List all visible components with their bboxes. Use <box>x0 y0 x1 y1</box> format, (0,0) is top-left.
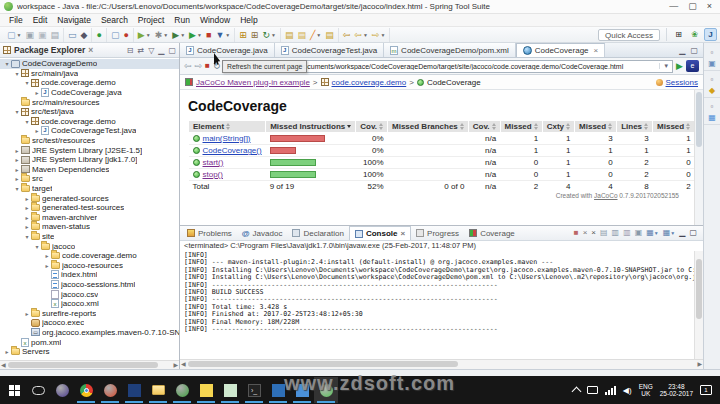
browser-back-icon[interactable]: ⇦ <box>184 61 192 71</box>
expanded-chevron-icon[interactable]: ▾ <box>23 118 31 125</box>
chrome[interactable] <box>74 377 98 403</box>
tray-monitor-icon[interactable] <box>587 386 598 394</box>
tree-item-code-coverage-demo[interactable]: ▾code.coverage.demo <box>0 117 179 127</box>
menu-file[interactable]: File <box>4 15 28 25</box>
view-menu-icon[interactable]: ▽ <box>148 46 154 55</box>
file-explorer[interactable] <box>146 377 170 403</box>
dropdown-arrow-icon[interactable]: ▼ <box>225 29 230 41</box>
new-wizard-icon[interactable]: ▢▼ <box>5 29 23 41</box>
dropdown-arrow-icon[interactable]: ▼ <box>17 29 22 41</box>
collapsed-chevron-icon[interactable]: ▸ <box>23 204 31 211</box>
menu-edit[interactable]: Edit <box>28 15 53 25</box>
dropdown-arrow-icon[interactable]: ▼ <box>380 29 385 41</box>
console-tab-console[interactable]: Console× <box>349 226 411 240</box>
close-tab-icon[interactable]: × <box>400 229 405 238</box>
stop-launch-icon[interactable]: ■ <box>204 29 213 41</box>
start-button[interactable] <box>2 377 26 403</box>
menu-window[interactable]: Window <box>195 15 235 25</box>
save-all-icon[interactable]: ▣ <box>36 29 49 41</box>
dropdown-arrow-icon[interactable]: ▼ <box>163 29 168 41</box>
minimize-window-button[interactable]: — <box>669 2 678 11</box>
maximize-editor-icon[interactable]: ▢ <box>690 46 698 55</box>
tree-item-jacoco-resources[interactable]: ▸jacoco-resources <box>0 260 179 270</box>
open-external-browser-icon[interactable]: e <box>686 60 699 72</box>
maximize-view-icon[interactable]: ▢ <box>168 46 176 55</box>
go-button[interactable]: ▶ <box>676 61 683 71</box>
dropdown-arrow-icon[interactable]: ▼ <box>654 230 659 236</box>
minimized-view-grid-icon[interactable]: ▦ <box>708 113 716 122</box>
collapsed-chevron-icon[interactable]: ▸ <box>13 166 21 173</box>
task-view[interactable] <box>26 377 50 403</box>
editor-tab-codecoverage-java[interactable]: JCodeCoverage.java <box>180 43 275 57</box>
tree-item-jacoco[interactable]: ▾jacoco <box>0 241 179 251</box>
browser-forward-icon[interactable]: ⇨ <box>195 61 203 71</box>
photos-app[interactable] <box>218 377 242 403</box>
print-icon[interactable]: ▤ <box>49 29 62 41</box>
console-vertical-scrollbar[interactable] <box>694 251 703 359</box>
collapsed-chevron-icon[interactable]: ▸ <box>33 89 41 96</box>
record-icon[interactable]: ● <box>121 29 130 41</box>
external-tools-icon[interactable]: ✱▼ <box>153 29 171 41</box>
menu-run[interactable]: Run <box>169 15 195 25</box>
open-resource-icon[interactable]: ▤ <box>295 29 308 41</box>
tree-item-org-jacoco-examples-maven-0-7-10-snapshot[interactable]: ▭org.jacoco.examples.maven-0.7.10-SNAPSH… <box>0 328 179 338</box>
minimize-editor-icon[interactable]: ▁ <box>679 46 685 55</box>
collapsed-chevron-icon[interactable]: ▸ <box>23 310 31 317</box>
menu-project[interactable]: Project <box>133 15 169 25</box>
remove-launch-icon[interactable]: × <box>583 228 588 238</box>
scroll-lock-icon[interactable]: ▥ <box>612 228 620 238</box>
expanded-chevron-icon[interactable]: ▾ <box>13 185 21 192</box>
console-tab-coverage[interactable]: Coverage <box>464 226 520 240</box>
pin-console-icon[interactable]: ▣ <box>635 228 643 238</box>
coverage-launch-icon[interactable]: ▶▼ <box>136 29 153 41</box>
dropdown-arrow-icon[interactable]: ▼ <box>316 29 321 41</box>
breadcrumb-link-root[interactable]: JaCoCo Maven plug-in example <box>196 78 310 87</box>
url-dropdown-icon[interactable]: ▼ <box>659 63 672 69</box>
maximize-view-icon[interactable]: ▢ <box>689 228 697 238</box>
tree-item-target[interactable]: ▾target <box>0 184 179 194</box>
collapsed-chevron-icon[interactable]: ▸ <box>23 223 31 230</box>
sessions-link[interactable]: Sessions <box>666 78 698 87</box>
tray-clock[interactable]: 23:4825-02-2017 <box>660 383 693 398</box>
tree-item-jacoco-exec[interactable]: jacoco.exec <box>0 318 179 328</box>
clear-console-icon[interactable]: ▤ <box>600 228 608 238</box>
editor-tab-codecoverage[interactable]: CodeCoverage× <box>516 43 605 57</box>
tree-item-src-main-java[interactable]: ▾src/main/java <box>0 69 179 79</box>
collapsed-chevron-icon[interactable]: ▸ <box>3 348 11 355</box>
minimized-view-window-icon[interactable]: ▣ <box>708 59 716 68</box>
expanded-chevron-icon[interactable]: ▾ <box>3 60 11 67</box>
tree-item-jre-system-library-j2se-1-5-[interactable]: ▸JRE System Library [J2SE-1.5] <box>0 145 179 155</box>
spring-tool-suite[interactable] <box>170 377 194 403</box>
menu-search[interactable]: Search <box>96 15 133 25</box>
display-selected-console-icon[interactable]: ▦▼ <box>646 228 659 238</box>
column-header-missed[interactable]: Missed <box>500 121 542 133</box>
mark-occurrences-icon[interactable]: ▤ <box>323 29 336 41</box>
minimize-view-icon[interactable]: ▁ <box>158 46 164 55</box>
explorer-horizontal-scrollbar[interactable]: ◀ ▶ <box>0 360 179 369</box>
annotate-icon[interactable]: ╱▼ <box>308 29 323 41</box>
open-window-icon[interactable]: ▢ <box>109 29 122 41</box>
element-link[interactable]: CodeCoverage() <box>203 146 262 155</box>
collapsed-chevron-icon[interactable]: ▸ <box>13 147 21 154</box>
tree-item-jacoco-sessions-html[interactable]: jacoco-sessions.html <box>0 280 179 290</box>
dropdown-arrow-icon[interactable]: ▼ <box>180 29 185 41</box>
element-link[interactable]: main(String[]) <box>203 134 251 143</box>
collapsed-chevron-icon[interactable]: ▸ <box>23 214 31 221</box>
run-launch-icon[interactable]: ▶▼ <box>187 29 204 41</box>
tree-item-src-main-resources[interactable]: src/main/resources <box>0 97 179 107</box>
media-app[interactable] <box>98 377 122 403</box>
forward-history-icon[interactable]: ⇨▼ <box>370 29 388 41</box>
new-package-icon[interactable]: ⊞ <box>249 29 261 41</box>
tree-item-pom-xml[interactable]: xpom.xml <box>0 337 179 347</box>
tree-item-code-coverage-demo[interactable]: ▸code.coverage.demo <box>0 251 179 261</box>
tree-item-jacoco-xml[interactable]: xjacoco.xml <box>0 299 179 309</box>
notification-center-icon[interactable]: 1 <box>700 385 712 395</box>
editor-app[interactable] <box>122 377 146 403</box>
expanded-chevron-icon[interactable]: ▾ <box>23 233 31 240</box>
report-vertical-scrollbar[interactable] <box>694 90 703 225</box>
console-horizontal-scrollbar[interactable]: ◀ ▶ <box>180 359 703 369</box>
open-task-icon[interactable]: ▤ <box>283 29 296 41</box>
column-header-missed[interactable]: Missed <box>653 121 695 133</box>
command-prompt[interactable]: ›_ <box>242 377 266 403</box>
tree-item-generated-test-sources[interactable]: ▸generated-test-sources <box>0 203 179 213</box>
